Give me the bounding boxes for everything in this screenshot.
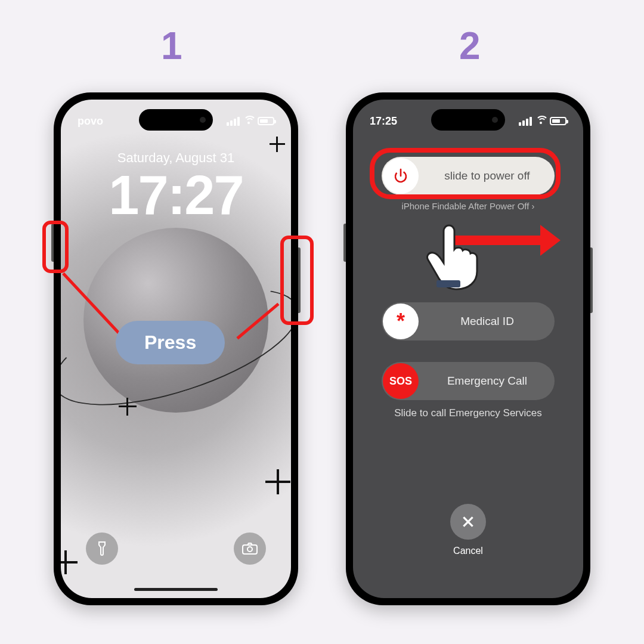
flashlight-button[interactable] — [86, 532, 118, 565]
findable-text[interactable]: iPhone Findable After Power Off › — [353, 201, 583, 211]
battery-icon — [258, 117, 274, 125]
battery-icon — [550, 117, 566, 125]
emergency-hint: Slide to call Emergency Services — [353, 407, 583, 419]
medical-id-slider[interactable]: * Medical ID — [382, 302, 555, 340]
cancel-label: Cancel — [453, 546, 483, 556]
medical-id-label: Medical ID — [420, 315, 555, 328]
sparkle-icon — [277, 469, 279, 494]
camera-button[interactable] — [234, 532, 266, 565]
sparkle-icon — [64, 550, 67, 574]
sos-icon: SOS — [383, 363, 419, 399]
wifi-icon — [243, 117, 254, 125]
asterisk-icon: * — [383, 304, 419, 339]
emergency-call-slider[interactable]: SOS Emergency Call — [382, 362, 555, 400]
cellular-icon — [227, 117, 240, 126]
wifi-icon — [535, 117, 546, 125]
dynamic-island — [139, 109, 213, 131]
step-number-2: 2 — [459, 24, 481, 68]
emergency-call-label: Emergency Call — [420, 374, 555, 388]
home-indicator[interactable] — [134, 588, 218, 591]
svg-rect-4 — [436, 280, 460, 287]
sparkle-icon — [276, 137, 278, 152]
dynamic-island — [431, 109, 505, 131]
svg-point-1 — [247, 547, 252, 552]
lockscreen-time: 17:27 — [61, 164, 291, 227]
highlight-side-button — [280, 236, 314, 325]
close-icon — [450, 504, 486, 540]
highlight-power-slider — [370, 148, 561, 199]
step-number-1: 1 — [161, 24, 182, 68]
highlight-volume-button — [42, 221, 69, 273]
press-label: Press — [116, 321, 225, 364]
status-time: 17:25 — [370, 115, 397, 128]
sparkle-icon — [126, 398, 128, 416]
cancel-button[interactable]: Cancel — [450, 504, 486, 556]
chevron-right-icon: › — [532, 201, 535, 211]
carrier-label: povo — [78, 115, 103, 128]
hand-pointer-icon — [417, 221, 483, 292]
cellular-icon — [519, 117, 532, 126]
